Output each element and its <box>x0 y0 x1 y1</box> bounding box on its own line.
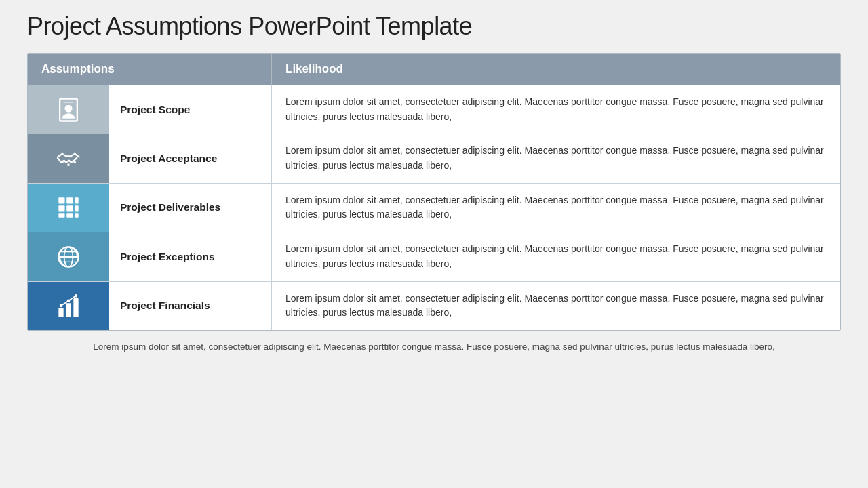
row-label: Project Financials <box>109 282 272 330</box>
table-row: Project Scope Lorem ipsum dolor sit amet… <box>28 85 840 134</box>
row-label: Project Deliverables <box>109 184 272 232</box>
svg-rect-8 <box>75 198 79 204</box>
table-row: Project Acceptance Lorem ipsum dolor sit… <box>28 134 840 182</box>
svg-point-24 <box>67 300 71 303</box>
footer-text: Lorem ipsum dolor sit amet, consectetuer… <box>27 340 841 354</box>
chart-icon <box>54 291 83 321</box>
globe-icon <box>54 242 83 272</box>
svg-rect-22 <box>73 298 78 317</box>
table-row: Project Deliverables Lorem ipsum dolor s… <box>28 183 840 232</box>
svg-point-1 <box>65 104 73 112</box>
row-content: Lorem ipsum dolor sit amet, consectetuer… <box>272 282 840 330</box>
row-label: Project Scope <box>109 85 272 134</box>
svg-point-23 <box>75 294 78 298</box>
svg-rect-20 <box>58 308 63 317</box>
svg-rect-10 <box>66 206 73 212</box>
svg-rect-9 <box>58 206 64 212</box>
svg-rect-7 <box>66 198 73 204</box>
row-content: Lorem ipsum dolor sit amet, consectetuer… <box>272 184 840 232</box>
table-row: Project Exceptions Lorem ipsum dolor sit… <box>28 232 840 281</box>
handshake-icon <box>54 144 83 174</box>
row-content: Lorem ipsum dolor sit amet, consectetuer… <box>272 232 840 281</box>
row-label: Project Exceptions <box>109 232 272 281</box>
svg-rect-12 <box>58 214 64 218</box>
row-icon-cell <box>28 184 109 232</box>
grid-icon <box>54 192 83 222</box>
header-likelihood: Likelihood <box>272 54 840 85</box>
assumptions-table: Assumptions Likelihood Project Scope Lor… <box>27 53 841 331</box>
contact-icon <box>54 95 83 125</box>
row-label: Project Acceptance <box>109 134 272 182</box>
svg-point-4 <box>67 163 70 166</box>
row-content: Lorem ipsum dolor sit amet, consectetuer… <box>272 134 840 182</box>
row-icon-cell <box>28 85 109 134</box>
page-title: Project Assumptions PowerPoint Template <box>27 12 841 41</box>
svg-point-5 <box>73 161 76 164</box>
table-header: Assumptions Likelihood <box>28 54 840 85</box>
row-content: Lorem ipsum dolor sit amet, consectetuer… <box>272 85 840 134</box>
row-icon-cell <box>28 282 109 330</box>
row-icon-cell <box>28 134 109 182</box>
svg-rect-11 <box>75 206 79 212</box>
svg-rect-21 <box>66 304 71 317</box>
svg-rect-6 <box>58 198 64 204</box>
svg-rect-14 <box>75 214 79 218</box>
table-row: Project Financials Lorem ipsum dolor sit… <box>28 281 840 330</box>
header-assumptions: Assumptions <box>28 54 272 85</box>
svg-rect-13 <box>66 214 73 218</box>
svg-point-25 <box>60 304 63 308</box>
row-icon-cell <box>28 232 109 281</box>
svg-point-3 <box>61 161 64 164</box>
